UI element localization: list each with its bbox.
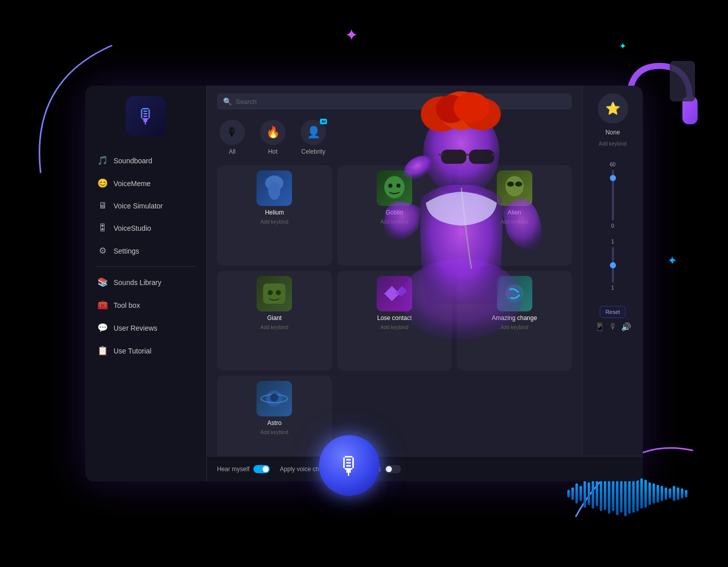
sidebar: 🎙 🎵 Soundboard 😊 VoiceMeme 🖥 Voice Simul… (85, 86, 207, 481)
sidebar-item-label-voicememe: VoiceMeme (114, 180, 151, 188)
sidebar-item-label-toolbox: Tool box (114, 301, 140, 309)
wave-bar (588, 482, 590, 505)
tablet-icon: 📱 (595, 322, 605, 332)
sidebar-item-voice-simulator[interactable]: 🖥 Voice Simulator (85, 195, 206, 217)
mic-globe[interactable]: 🎙 (319, 435, 380, 496)
none-label: None (605, 129, 620, 136)
add-keybind-right[interactable]: Add keybind (599, 141, 627, 147)
voice-card-lose-contact-name: Lose contact (377, 314, 412, 322)
svg-point-9 (507, 182, 514, 187)
bottom-bar: Hear myself Apply voice changer Effect (207, 456, 643, 481)
sidebar-item-toolbox[interactable]: 🧰 Tool box (85, 294, 206, 316)
volume-slider[interactable] (612, 170, 614, 221)
voice-card-goblin[interactable]: Goblin Add keybind (337, 165, 452, 266)
tab-hot-icon: 🔥 (260, 120, 285, 145)
slider-value-1b: 1 (611, 285, 614, 291)
star-decor-1: ✦ (345, 25, 358, 45)
slider-value-0: 0 (611, 223, 614, 229)
wave-bar (604, 477, 606, 510)
hear-myself-toggle[interactable] (253, 465, 270, 473)
settings-icon: ⚙ (97, 245, 107, 256)
voice-card-giant-name: Giant (267, 314, 282, 322)
sidebar-item-label-sounds-library: Sounds Library (114, 278, 161, 287)
voice-card-giant[interactable]: Giant Add keybind (217, 271, 332, 371)
toolbox-icon: 🧰 (97, 300, 107, 310)
svg-rect-1 (682, 96, 698, 124)
wave-bar (644, 480, 647, 508)
reset-button[interactable]: Reset (600, 306, 626, 318)
voice-card-amazing-change[interactable]: Amazing change Add keybind (457, 271, 572, 371)
favorite-icon[interactable]: ⭐ (598, 93, 628, 124)
sounds-library-icon: 📚 (97, 277, 107, 288)
sidebar-item-label-settings: Settings (114, 247, 139, 255)
svg-point-5 (384, 176, 405, 198)
search-wrapper[interactable]: 🔍 (217, 93, 572, 110)
voice-card-amazing-change-img (497, 276, 532, 311)
sidebar-item-soundboard[interactable]: 🎵 Soundboard (85, 149, 206, 172)
wave-bar (661, 486, 663, 501)
svg-point-12 (268, 290, 273, 295)
voice-card-amazing-change-name: Amazing change (492, 314, 537, 322)
voice-card-helium-keybind[interactable]: Add keybind (261, 219, 288, 225)
voice-card-lose-contact-img (377, 276, 412, 311)
voice-card-lose-contact-keybind[interactable]: Add keybind (380, 325, 408, 330)
wave-bar (640, 478, 643, 509)
mic-globe-icon: 🎙 (337, 452, 361, 480)
effect-toggle[interactable] (385, 465, 401, 473)
bottom-panel-icons: 📱 🎙 🔊 (595, 322, 631, 332)
pitch-slider[interactable] (612, 247, 614, 282)
wave-bar (652, 483, 655, 504)
svg-point-6 (388, 184, 392, 188)
search-input[interactable] (236, 98, 566, 105)
slider-value-1a: 1 (611, 239, 614, 244)
sidebar-item-settings[interactable]: ⚙ Settings (85, 239, 206, 262)
voice-card-astro-keybind[interactable]: Add keybind (261, 430, 288, 435)
mic-icon-small[interactable]: 🎙 (609, 322, 617, 332)
sidebar-divider (95, 266, 196, 267)
wave-bar (579, 486, 582, 501)
sidebar-item-use-tutorial[interactable]: 📋 Use Tutorial (85, 339, 206, 362)
voice-card-alien-img (497, 170, 532, 206)
svg-point-7 (396, 184, 401, 188)
sidebar-item-voicestudio[interactable]: 🎛 VoiceStudio (85, 217, 206, 239)
user-reviews-icon: 💬 (97, 323, 107, 333)
voice-card-alien-name: Alien (507, 209, 521, 216)
wave-bar (685, 490, 687, 498)
voice-card-alien[interactable]: Alien Add keybind (457, 165, 572, 266)
sidebar-item-user-reviews[interactable]: 💬 User Reviews (85, 316, 206, 339)
search-bar: 🔍 (207, 86, 582, 115)
use-tutorial-icon: 📋 (97, 345, 107, 356)
toggle-thumb (263, 466, 269, 472)
hear-myself-item: Hear myself (217, 465, 270, 473)
voice-card-lose-contact[interactable]: Lose contact Add keybind (337, 271, 452, 371)
ai-badge: AI (320, 119, 327, 124)
app-window: 🎙 🎵 Soundboard 😊 VoiceMeme 🖥 Voice Simul… (85, 86, 643, 481)
sidebar-item-label-user-reviews: User Reviews (114, 324, 157, 332)
voice-card-giant-img (257, 276, 292, 311)
speaker-icon[interactable]: 🔊 (621, 322, 631, 332)
tab-hot[interactable]: 🔥 Hot (258, 120, 288, 155)
voice-card-alien-keybind[interactable]: Add keybind (500, 219, 528, 225)
tab-all[interactable]: 🎙 All (217, 120, 247, 155)
voice-card-goblin-keybind[interactable]: Add keybind (380, 219, 408, 225)
app-logo: 🎙 (85, 86, 206, 144)
svg-point-8 (505, 176, 524, 196)
sidebar-item-sounds-library[interactable]: 📚 Sounds Library (85, 271, 206, 294)
voice-card-goblin-name: Goblin (386, 209, 404, 216)
pitch-slider-thumb (610, 262, 616, 268)
logo-icon: 🎙 (136, 105, 156, 128)
voice-card-giant-keybind[interactable]: Add keybind (261, 325, 288, 330)
voice-card-helium[interactable]: Helium Add keybind (217, 165, 332, 266)
voice-card-amazing-change-keybind[interactable]: Add keybind (500, 325, 528, 330)
voice-card-helium-name: Helium (265, 209, 284, 216)
tab-celebrity-icon: 👤 AI (301, 120, 326, 145)
star-decor-3: ✦ (667, 254, 677, 268)
svg-point-14 (505, 285, 524, 303)
tab-celebrity[interactable]: 👤 AI Celebrity (298, 120, 329, 155)
wave-bar (681, 488, 683, 499)
sidebar-item-voicememe[interactable]: 😊 VoiceMeme (85, 172, 206, 195)
voice-card-astro-img (257, 381, 292, 416)
soundboard-icon: 🎵 (97, 155, 107, 166)
tab-all-icon: 🎙 (220, 120, 245, 145)
svg-point-4 (268, 182, 280, 200)
